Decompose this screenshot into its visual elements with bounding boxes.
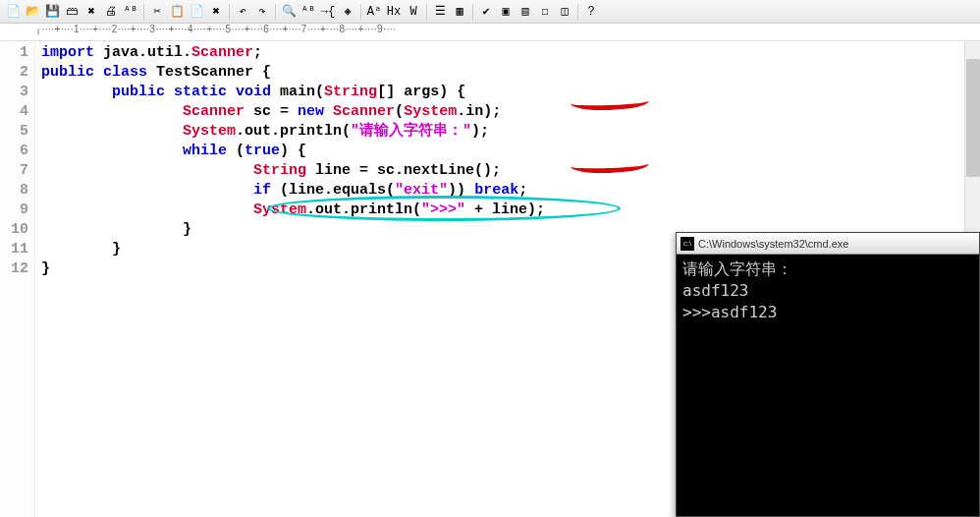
print-icon[interactable]: 🖨 <box>102 3 120 21</box>
line-number: 10 <box>0 220 34 240</box>
scrollbar-thumb[interactable] <box>966 59 980 177</box>
spell-icon[interactable]: ᴬᴮ <box>122 3 139 21</box>
line-number: 8 <box>0 181 34 201</box>
ruler: ╷····+····1····+····2····+····3····+····… <box>0 24 980 41</box>
code-line[interactable]: public class TestScanner { <box>41 63 980 83</box>
toolbar-separator <box>360 4 361 20</box>
code-line[interactable]: Scanner sc = new Scanner(System.in); <box>41 102 980 122</box>
font-size-icon[interactable]: Aᵃ <box>365 3 383 21</box>
cmd-output: 请输入字符串：asdf123>>>asdf123 <box>677 255 979 327</box>
copy-icon[interactable]: 📋 <box>168 3 186 21</box>
cmd-line: >>>asdf123 <box>682 302 973 323</box>
list-icon[interactable]: ☰ <box>431 3 449 21</box>
line-number-gutter: 123456789101112 <box>0 41 35 517</box>
hex-icon[interactable]: Hx <box>385 3 403 21</box>
toolbar-separator <box>472 4 473 20</box>
save-icon[interactable]: 💾 <box>43 3 61 21</box>
wrap-icon[interactable]: W <box>405 3 422 21</box>
find-replace-icon[interactable]: ᴬᴮ <box>299 3 317 21</box>
undo-icon[interactable]: ↶ <box>234 3 251 21</box>
toolbar-separator <box>577 4 578 20</box>
code-line[interactable]: while (true) { <box>41 142 980 161</box>
line-number: 1 <box>0 43 34 63</box>
cmd-window: c:\ C:\Windows\system32\cmd.exe 请输入字符串：a… <box>676 232 980 517</box>
redo-icon[interactable]: ↷ <box>253 3 271 21</box>
cmd-titlebar[interactable]: c:\ C:\Windows\system32\cmd.exe <box>677 233 979 255</box>
cmd-line: 请输入字符串： <box>682 258 973 280</box>
cmd-icon: c:\ <box>681 237 694 251</box>
cmd-title: C:\Windows\system32\cmd.exe <box>698 238 848 250</box>
code-line[interactable]: System.out.println("请输入字符串："); <box>41 122 980 142</box>
code-line[interactable]: String line = sc.nextLine(); <box>41 161 980 181</box>
line-number: 11 <box>0 240 34 259</box>
line-number: 4 <box>0 102 34 122</box>
toolbar: 📄📂💾🗃✖🖨ᴬᴮ✂📋📄✖↶↷🔍ᴬᴮ→{◈AᵃHxW☰▦✔▣▤☐◫? <box>0 0 980 24</box>
code-line[interactable]: public static void main(String[] args) { <box>41 83 980 102</box>
toolbar-separator <box>426 4 427 20</box>
check-icon[interactable]: ✔ <box>477 3 495 21</box>
bookmark-icon[interactable]: ◈ <box>339 3 356 21</box>
toolbar-separator <box>143 4 144 20</box>
delete-icon[interactable]: ✖ <box>207 3 225 21</box>
paste-icon[interactable]: 📄 <box>188 3 205 21</box>
tool2-icon[interactable]: ▤ <box>517 3 534 21</box>
toolbar-separator <box>229 4 230 20</box>
cmd-line: asdf123 <box>682 280 973 302</box>
line-number: 5 <box>0 122 34 142</box>
line-number: 7 <box>0 161 34 181</box>
line-number: 3 <box>0 83 34 102</box>
tool3-icon[interactable]: ☐ <box>536 3 554 21</box>
open-icon[interactable]: 📂 <box>24 3 41 21</box>
toolbar-separator <box>275 4 276 20</box>
line-number: 6 <box>0 142 34 161</box>
tool4-icon[interactable]: ◫ <box>556 3 573 21</box>
code-line[interactable]: import java.util.Scanner; <box>41 43 980 63</box>
help-icon[interactable]: ? <box>582 3 600 21</box>
close-icon[interactable]: ✖ <box>82 3 100 21</box>
find-icon[interactable]: 🔍 <box>280 3 298 21</box>
annotation-cyan-circle <box>267 196 621 221</box>
line-number: 9 <box>0 201 34 220</box>
line-number: 2 <box>0 63 34 83</box>
tool-icon[interactable]: ▣ <box>497 3 515 21</box>
line-number: 12 <box>0 259 34 279</box>
new-icon[interactable]: 📄 <box>4 3 22 21</box>
save-all-icon[interactable]: 🗃 <box>63 3 81 21</box>
cut-icon[interactable]: ✂ <box>148 3 166 21</box>
goto-icon[interactable]: →{ <box>319 3 337 21</box>
column-icon[interactable]: ▦ <box>451 3 468 21</box>
